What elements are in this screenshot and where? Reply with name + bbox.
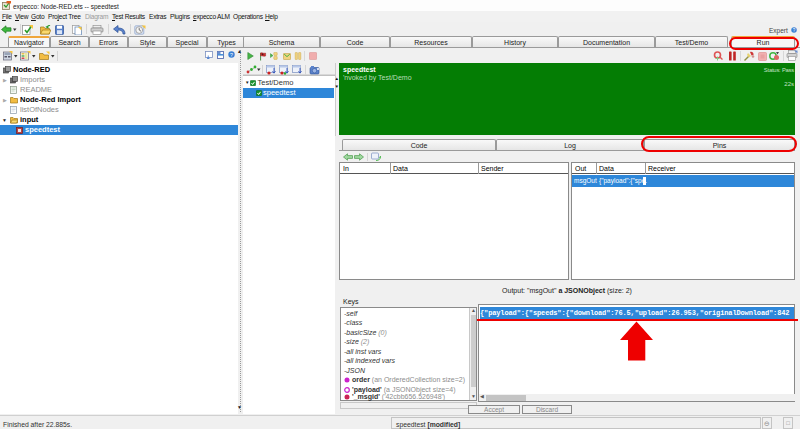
svg-text:?: ?: [230, 52, 233, 58]
